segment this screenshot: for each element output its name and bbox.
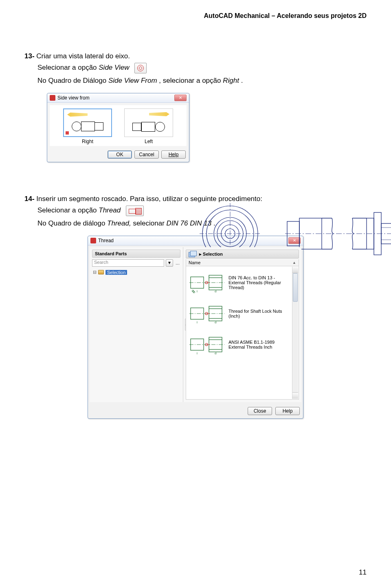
standard-parts-header: Standard Parts <box>92 250 180 258</box>
list-item[interactable]: l d DIN 76 Acc. to DIN 13 - External Thr… <box>188 269 297 300</box>
cancel-button[interactable]: Cancel <box>134 150 159 159</box>
svg-text:l: l <box>197 321 198 324</box>
selector-handle-icon <box>66 131 69 135</box>
list-item-label: Thread for Shaft Lock Nuts (Inch) <box>228 309 295 318</box>
svg-text:l: l <box>197 351 198 355</box>
option-right-label: Right <box>63 139 112 144</box>
close-button[interactable]: ✕ <box>174 95 187 101</box>
books-icon <box>189 251 197 257</box>
list-item[interactable]: l d Thread for Shaft Lock Nuts (Inch) <box>188 300 297 331</box>
book-icon <box>98 270 104 274</box>
details-panel: ▸ Selection Name ▲ <box>183 247 301 402</box>
tree-item-selection[interactable]: ⊟ Selection <box>92 269 180 275</box>
thread-title: Thread <box>98 238 114 243</box>
option-right[interactable]: Right <box>63 108 112 144</box>
ok-button[interactable]: OK <box>108 150 132 159</box>
search-more-button[interactable]: ... <box>175 260 180 266</box>
thread-icon <box>126 206 144 216</box>
arrow-right-icon <box>149 112 169 116</box>
step-14-heading: 14- Inserir um segmento roscado. Para is… <box>24 195 367 203</box>
page-number: 11 <box>359 568 367 577</box>
tree-item-label: Selection <box>105 270 127 275</box>
search-input[interactable]: Search <box>92 259 164 267</box>
thread-dialog: Thread ✕ Standard Parts Search ▾ ... ⊟ S… <box>88 236 303 419</box>
svg-text:d: d <box>215 290 216 293</box>
step-13: 13- Criar uma vista lateral do eixo. Sel… <box>24 52 367 85</box>
parts-tree[interactable]: ⊟ Selection <box>92 269 180 275</box>
list-item-label: ANSI ASME B1.1-1989 External Threads Inc… <box>228 340 295 349</box>
dialog-titlebar: Side view from ✕ <box>47 93 189 103</box>
name-column-header[interactable]: Name ▲ <box>186 259 299 266</box>
help-button[interactable]: Help <box>161 150 186 159</box>
thread-preview-icon: l d <box>189 272 224 293</box>
standard-parts-panel: Standard Parts Search ▾ ... ⊟ Selection <box>90 247 183 402</box>
arrow-left-icon <box>67 113 88 117</box>
page-header: AutoCAD Mechanical – Acelerando seus pro… <box>24 12 367 20</box>
app-icon <box>90 238 96 243</box>
svg-text:l: l <box>197 290 198 293</box>
side-view-from-dialog: Side view from ✕ Right <box>47 93 189 162</box>
step-14-title: Inserir um segmento roscado. Para isso, … <box>36 195 262 203</box>
step-13-line1: Selecionar a opção Side View <box>37 63 367 73</box>
step-13-heading: 13- Criar uma vista lateral do eixo. <box>24 52 367 60</box>
thread-preview-icon: l d <box>189 303 224 324</box>
list-item[interactable]: l d ANSI ASME B1.1-1989 External Threads… <box>188 331 297 362</box>
app-icon <box>50 95 55 101</box>
dialog-title: Side view from <box>57 95 90 101</box>
svg-text:d: d <box>215 321 216 324</box>
side-view-icon <box>134 63 147 73</box>
step-13-num: 13- <box>24 52 35 60</box>
close-button[interactable]: Close <box>248 407 272 415</box>
details-header: ▸ Selection <box>186 250 299 259</box>
step-14-num: 14- <box>24 195 35 203</box>
step-13-title: Criar uma vista lateral do eixo. <box>36 52 130 60</box>
svg-text:d: d <box>215 351 216 355</box>
sort-icon: ▲ <box>292 261 296 265</box>
thread-preview-icon: l d <box>189 334 224 355</box>
step-13-line2: No Quadro de Diálogo Side View From , se… <box>37 77 367 85</box>
search-go-button[interactable]: ▾ <box>166 259 173 267</box>
scrollbar[interactable] <box>292 267 298 399</box>
list-item-label: DIN 76 Acc. to DIN 13 - External Threads… <box>228 275 295 290</box>
help-button[interactable]: Help <box>275 407 300 415</box>
option-left-label: Left <box>124 139 173 144</box>
thread-list: l d DIN 76 Acc. to DIN 13 - External Thr… <box>186 266 299 400</box>
option-left[interactable]: Left <box>124 108 173 144</box>
